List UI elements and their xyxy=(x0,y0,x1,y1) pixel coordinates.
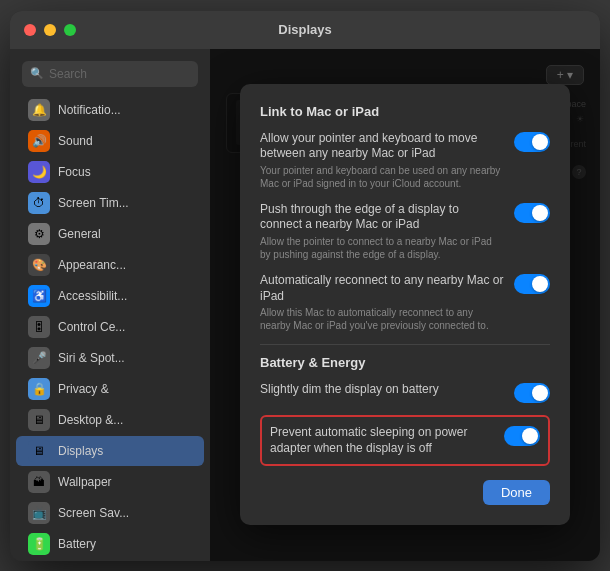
focus-icon: 🌙 xyxy=(28,161,50,183)
main-window: Displays 🔍 Search 🔔 Notificatio... 🔊 Sou… xyxy=(10,11,600,561)
push-through-label: Push through the edge of a display to co… xyxy=(260,202,504,233)
close-button[interactable] xyxy=(24,24,36,36)
notifications-icon: 🔔 xyxy=(28,99,50,121)
sidebar-item-sound[interactable]: 🔊 Sound xyxy=(16,126,204,156)
sidebar-item-focus[interactable]: 🌙 Focus xyxy=(16,157,204,187)
sidebar-label-control-center: Control Ce... xyxy=(58,320,125,334)
sidebar-item-control-center[interactable]: 🎛 Control Ce... xyxy=(16,312,204,342)
main-panel: + ▾ More Space xyxy=(210,49,600,561)
sidebar-label-general: General xyxy=(58,227,101,241)
sidebar-label-desktop: Desktop &... xyxy=(58,413,123,427)
screen-saver-icon: 📺 xyxy=(28,502,50,524)
prevent-sleep-row: Prevent automatic sleeping on power adap… xyxy=(260,415,550,466)
section-separator xyxy=(260,344,550,345)
modal-row-dim: Slightly dim the display on battery xyxy=(260,382,550,403)
push-through-desc: Allow the pointer to connect to a nearby… xyxy=(260,235,504,261)
modal-row-pointer-text: Allow your pointer and keyboard to move … xyxy=(260,131,504,190)
search-icon: 🔍 xyxy=(30,67,44,80)
wallpaper-icon: 🏔 xyxy=(28,471,50,493)
sidebar-item-wallpaper[interactable]: 🏔 Wallpaper xyxy=(16,467,204,497)
pointer-keyboard-desc: Your pointer and keyboard can be used on… xyxy=(260,164,504,190)
accessibility-icon: ♿ xyxy=(28,285,50,307)
sidebar-label-focus: Focus xyxy=(58,165,91,179)
sidebar-label-sound: Sound xyxy=(58,134,93,148)
sidebar-item-siri[interactable]: 🎤 Siri & Spot... xyxy=(16,343,204,373)
done-row: Done xyxy=(260,480,550,505)
sidebar-label-wallpaper: Wallpaper xyxy=(58,475,112,489)
screen-time-icon: ⏱ xyxy=(28,192,50,214)
sidebar-label-accessibility: Accessibilit... xyxy=(58,289,127,303)
modal-row-push-text: Push through the edge of a display to co… xyxy=(260,202,504,261)
sidebar-label-battery: Battery xyxy=(58,537,96,551)
modal-row-reconnect: Automatically reconnect to any nearby Ma… xyxy=(260,273,550,332)
control-center-icon: 🎛 xyxy=(28,316,50,338)
sidebar-item-privacy[interactable]: 🔒 Privacy & xyxy=(16,374,204,404)
pointer-keyboard-toggle[interactable] xyxy=(514,132,550,152)
sidebar-label-privacy: Privacy & xyxy=(58,382,109,396)
sidebar-item-desktop[interactable]: 🖥 Desktop &... xyxy=(16,405,204,435)
sidebar-label-notifications: Notificatio... xyxy=(58,103,121,117)
sidebar-item-battery[interactable]: 🔋 Battery xyxy=(16,529,204,559)
sidebar-item-lock-screen[interactable]: 🔒 Lock Screen xyxy=(16,560,204,561)
dim-battery-toggle[interactable] xyxy=(514,383,550,403)
battery-icon: 🔋 xyxy=(28,533,50,555)
modal-row-push: Push through the edge of a display to co… xyxy=(260,202,550,261)
privacy-icon: 🔒 xyxy=(28,378,50,400)
siri-icon: 🎤 xyxy=(28,347,50,369)
search-input[interactable]: Search xyxy=(49,67,87,81)
sidebar: 🔍 Search 🔔 Notificatio... 🔊 Sound 🌙 Focu… xyxy=(10,49,210,561)
sidebar-label-displays: Displays xyxy=(58,444,103,458)
sidebar-label-appearance: Appearanc... xyxy=(58,258,126,272)
auto-reconnect-toggle[interactable] xyxy=(514,274,550,294)
pointer-keyboard-label: Allow your pointer and keyboard to move … xyxy=(260,131,504,162)
modal-row-pointer: Allow your pointer and keyboard to move … xyxy=(260,131,550,190)
displays-icon: 🖥 xyxy=(28,440,50,462)
content-area: 🔍 Search 🔔 Notificatio... 🔊 Sound 🌙 Focu… xyxy=(10,49,600,561)
done-button[interactable]: Done xyxy=(483,480,550,505)
sidebar-item-general[interactable]: ⚙ General xyxy=(16,219,204,249)
search-box[interactable]: 🔍 Search xyxy=(22,61,198,87)
sidebar-label-screen-time: Screen Tim... xyxy=(58,196,129,210)
appearance-icon: 🎨 xyxy=(28,254,50,276)
titlebar: Displays xyxy=(10,11,600,49)
desktop-icon: 🖥 xyxy=(28,409,50,431)
auto-reconnect-label: Automatically reconnect to any nearby Ma… xyxy=(260,273,504,304)
sound-icon: 🔊 xyxy=(28,130,50,152)
modal-row-reconnect-text: Automatically reconnect to any nearby Ma… xyxy=(260,273,504,332)
prevent-sleep-text: Prevent automatic sleeping on power adap… xyxy=(270,425,494,456)
sidebar-item-screen-time[interactable]: ⏱ Screen Tim... xyxy=(16,188,204,218)
link-section-title: Link to Mac or iPad xyxy=(260,104,550,119)
battery-section-title: Battery & Energy xyxy=(260,355,550,370)
sidebar-label-siri: Siri & Spot... xyxy=(58,351,125,365)
minimize-button[interactable] xyxy=(44,24,56,36)
sidebar-label-screen-saver: Screen Sav... xyxy=(58,506,129,520)
sidebar-item-displays[interactable]: 🖥 Displays xyxy=(16,436,204,466)
prevent-sleep-label: Prevent automatic sleeping on power adap… xyxy=(270,425,494,456)
maximize-button[interactable] xyxy=(64,24,76,36)
window-title: Displays xyxy=(278,22,331,37)
sidebar-item-accessibility[interactable]: ♿ Accessibilit... xyxy=(16,281,204,311)
push-through-toggle[interactable] xyxy=(514,203,550,223)
modal-row-dim-text: Slightly dim the display on battery xyxy=(260,382,504,398)
prevent-sleep-toggle[interactable] xyxy=(504,426,540,446)
modal-overlay: Link to Mac or iPad Allow your pointer a… xyxy=(210,49,600,561)
general-icon: ⚙ xyxy=(28,223,50,245)
dim-battery-label: Slightly dim the display on battery xyxy=(260,382,504,398)
traffic-lights xyxy=(24,24,76,36)
sidebar-item-screen-saver[interactable]: 📺 Screen Sav... xyxy=(16,498,204,528)
link-modal: Link to Mac or iPad Allow your pointer a… xyxy=(240,84,570,526)
sidebar-item-appearance[interactable]: 🎨 Appearanc... xyxy=(16,250,204,280)
auto-reconnect-desc: Allow this Mac to automatically reconnec… xyxy=(260,306,504,332)
sidebar-item-notifications[interactable]: 🔔 Notificatio... xyxy=(16,95,204,125)
